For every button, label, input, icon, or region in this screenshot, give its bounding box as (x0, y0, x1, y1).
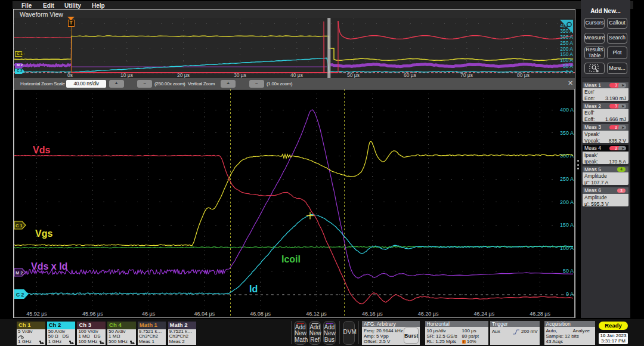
svg-text:46.04 µs: 46.04 µs (194, 311, 215, 317)
svg-text:45.92 µs: 45.92 µs (26, 311, 47, 317)
svg-text:C 2: C 2 (16, 292, 24, 298)
svg-text:46.12 µs: 46.12 µs (306, 311, 327, 317)
svg-text:250 A: 250 A (560, 40, 573, 46)
svg-text:45.96 µs: 45.96 µs (82, 311, 103, 317)
svg-text:0 A: 0 A (566, 291, 574, 297)
svg-text:46.24 µs: 46.24 µs (474, 311, 495, 317)
svg-text:40 µs: 40 µs (290, 72, 303, 78)
svg-text:150 A: 150 A (560, 51, 573, 57)
svg-text:100 A: 100 A (560, 57, 573, 63)
svg-text:20 µs: 20 µs (177, 72, 190, 78)
svg-text:200 A: 200 A (560, 46, 573, 52)
svg-text:C 1: C 1 (16, 223, 23, 228)
svg-text:30 µs: 30 µs (234, 72, 246, 78)
svg-text:400 A: 400 A (560, 107, 574, 113)
svg-text:50 A: 50 A (563, 268, 574, 274)
svg-text:46 µs: 46 µs (142, 311, 156, 317)
svg-text:Vgs: Vgs (35, 228, 52, 239)
svg-text:Icoil: Icoil (281, 254, 301, 264)
svg-text:70 µs: 70 µs (460, 72, 473, 78)
svg-text:350 A: 350 A (560, 130, 574, 136)
svg-text:Vds x Id: Vds x Id (31, 261, 67, 271)
svg-text:200 A: 200 A (560, 199, 574, 205)
svg-text:50 A: 50 A (563, 63, 573, 69)
svg-text:46.20 µs: 46.20 µs (418, 311, 439, 317)
svg-text:60 µs: 60 µs (404, 72, 416, 78)
svg-text:300 A: 300 A (560, 153, 574, 159)
svg-text:300 A: 300 A (560, 34, 573, 40)
svg-text:M 2: M 2 (16, 270, 23, 276)
svg-text:46.08 µs: 46.08 µs (250, 311, 271, 317)
svg-text:Vds: Vds (33, 145, 50, 155)
svg-text:80 µs: 80 µs (517, 72, 530, 78)
svg-text:0s: 0s (67, 72, 73, 78)
svg-text:150 A: 150 A (560, 222, 574, 228)
svg-text:46.16 µs: 46.16 µs (362, 311, 383, 317)
svg-text:46.28 µs: 46.28 µs (530, 311, 550, 317)
svg-text:Id: Id (249, 284, 258, 294)
svg-text:10 µs: 10 µs (120, 72, 133, 78)
svg-text:50 µs: 50 µs (347, 72, 360, 78)
svg-text:250 A: 250 A (560, 176, 574, 182)
svg-text:0 A: 0 A (566, 69, 574, 75)
